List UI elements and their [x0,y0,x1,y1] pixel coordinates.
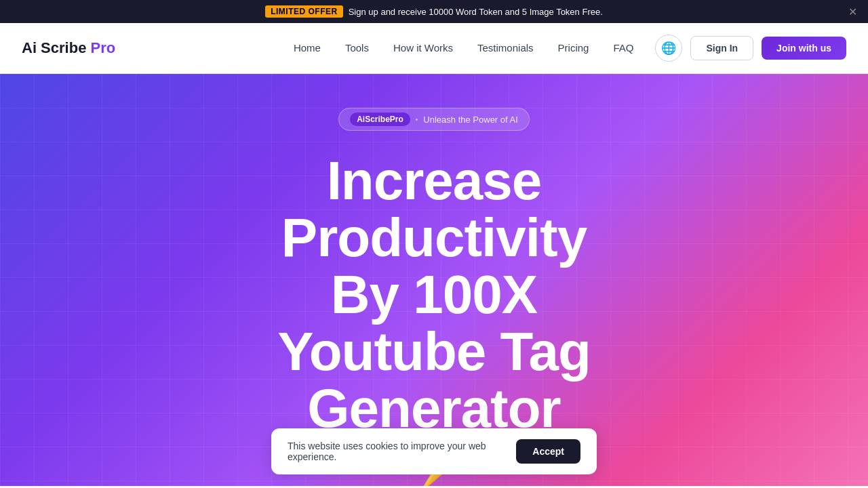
badge-text: Unleash the Power of AI [423,115,517,125]
join-button[interactable]: Join with us [762,37,846,60]
navbar: Ai Scribe Pro Home Tools How it Works Te… [0,23,868,74]
hero-heading: Increase Productivity By 100X Youtube Ta… [277,152,591,437]
nav-home[interactable]: Home [294,42,321,54]
accept-cookies-button[interactable]: Accept [516,439,580,464]
logo-text: Ai Scribe [22,39,86,56]
limited-offer-badge: LIMITED OFFER [265,5,343,18]
nav-actions: 🌐 Sign In Join with us [655,35,846,62]
logo-pro-text: Pro [91,39,116,56]
language-button[interactable]: 🌐 [655,35,682,62]
nav-links: Home Tools How it Works Testimonials Pri… [294,42,634,54]
hero-heading-line4: Youtube Tag [277,321,591,382]
nav-how-it-works[interactable]: How it Works [393,42,453,54]
badge-dot: • [416,116,418,123]
hero-heading-line1: Increase [327,150,542,211]
announcement-text: Sign up and receive 10000 Word Token and… [349,7,603,17]
announcement-bar: LIMITED OFFER Sign up and receive 10000 … [0,0,868,23]
hero-badge: AiScribePro • Unleash the Power of AI [338,108,530,131]
nav-testimonials[interactable]: Testimonials [477,42,534,54]
sign-in-button[interactable]: Sign In [690,36,753,60]
cookie-message: This website uses cookies to improve you… [288,441,502,462]
announcement-close-button[interactable]: ✕ [848,5,857,18]
nav-faq[interactable]: FAQ [613,42,633,54]
nav-tools[interactable]: Tools [345,42,369,54]
hero-heading-line2: Productivity [281,207,587,268]
badge-name: AiScribePro [350,113,410,126]
cookie-banner: This website uses cookies to improve you… [271,428,597,474]
logo[interactable]: Ai Scribe Pro [22,39,115,57]
hero-heading-line3: By 100X [331,264,537,325]
hero-section: AiScribePro • Unleash the Power of AI In… [0,74,868,486]
nav-pricing[interactable]: Pricing [558,42,589,54]
globe-icon: 🌐 [661,41,676,56]
